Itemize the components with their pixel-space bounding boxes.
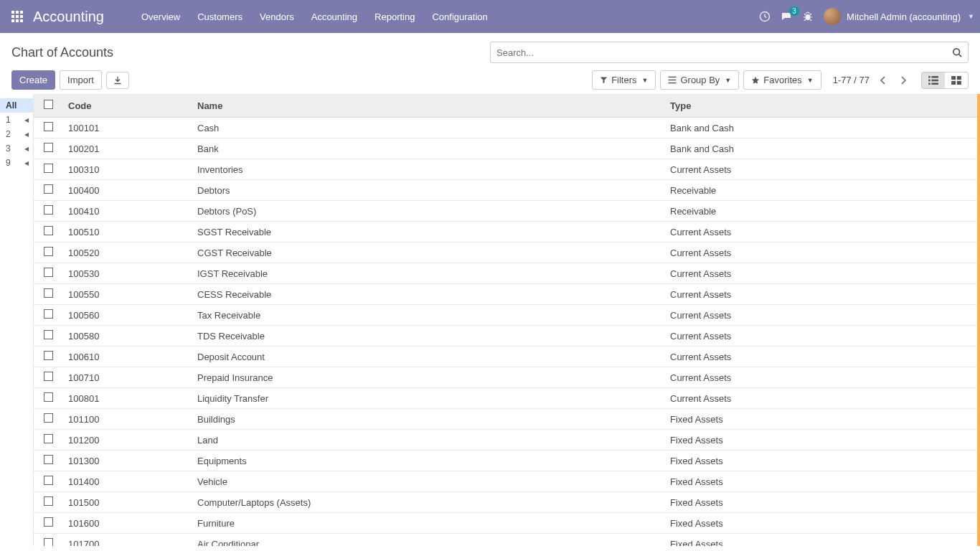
view-list-button[interactable] xyxy=(922,72,945,88)
menu-vendors[interactable]: Vendors xyxy=(251,1,303,32)
table-row[interactable]: 100801Liquidity TransferCurrent Assets xyxy=(34,388,980,409)
cell-name: CGST Receivable xyxy=(192,242,664,263)
side-nav-9[interactable]: 9◀ xyxy=(0,156,33,170)
cell-code: 101400 xyxy=(62,471,192,492)
side-nav-3[interactable]: 3◀ xyxy=(0,141,33,156)
row-checkbox[interactable] xyxy=(44,392,53,402)
row-checkbox[interactable] xyxy=(44,476,53,485)
chevron-right-icon xyxy=(900,75,907,85)
row-checkbox[interactable] xyxy=(44,413,53,423)
list-icon xyxy=(668,76,677,84)
menu-reporting[interactable]: Reporting xyxy=(366,1,423,32)
accounts-table: Code Name Type 100101CashBank and Cash10… xyxy=(34,94,980,546)
row-checkbox[interactable] xyxy=(44,205,53,215)
chevron-left-icon xyxy=(880,75,887,85)
table-row[interactable]: 101200LandFixed Assets xyxy=(34,430,980,451)
import-button[interactable]: Import xyxy=(60,70,102,90)
cell-type: Current Assets xyxy=(664,326,980,347)
search-input[interactable] xyxy=(496,47,952,58)
row-checkbox[interactable] xyxy=(44,455,53,464)
row-checkbox[interactable] xyxy=(44,351,53,360)
svg-point-10 xyxy=(806,14,811,20)
cell-code: 101300 xyxy=(62,451,192,471)
row-checkbox[interactable] xyxy=(44,122,53,131)
control-panel: Chart of Accounts Create Import Filters … xyxy=(0,33,980,94)
table-row[interactable]: 100101CashBank and Cash xyxy=(34,118,980,138)
row-checkbox[interactable] xyxy=(44,143,53,152)
page-title: Chart of Accounts xyxy=(11,45,490,60)
svg-rect-0 xyxy=(11,11,14,14)
table-row[interactable]: 100400DebtorsReceivable xyxy=(34,180,980,201)
table-row[interactable]: 101500Computer/Laptops (Assets)Fixed Ass… xyxy=(34,492,980,513)
filters-button[interactable]: Filters ▼ xyxy=(592,70,656,90)
table-row[interactable]: 100580TDS ReceivableCurrent Assets xyxy=(34,326,980,347)
cell-name: Equipments xyxy=(192,451,664,471)
table-row[interactable]: 101300EquipmentsFixed Assets xyxy=(34,451,980,471)
favorites-button[interactable]: Favorites ▼ xyxy=(743,70,821,90)
row-checkbox[interactable] xyxy=(44,164,53,173)
table-row[interactable]: 100560Tax ReceivableCurrent Assets xyxy=(34,305,980,326)
svg-rect-18 xyxy=(928,79,930,81)
row-checkbox[interactable] xyxy=(44,372,53,381)
table-row[interactable]: 101100BuildingsFixed Assets xyxy=(34,409,980,430)
table-row[interactable]: 100310InventoriesCurrent Assets xyxy=(34,159,980,180)
cell-name: CESS Receivable xyxy=(192,284,664,305)
row-checkbox[interactable] xyxy=(44,309,53,319)
table-row[interactable]: 101600FurnitureFixed Assets xyxy=(34,513,980,534)
table-row[interactable]: 100201BankBank and Cash xyxy=(34,138,980,159)
row-checkbox[interactable] xyxy=(44,538,53,546)
table-row[interactable]: 100550CESS ReceivableCurrent Assets xyxy=(34,284,980,305)
svg-rect-15 xyxy=(669,83,677,83)
download-button[interactable] xyxy=(106,72,129,89)
row-checkbox[interactable] xyxy=(44,330,53,339)
bug-icon[interactable] xyxy=(802,11,814,22)
pager-prev[interactable] xyxy=(877,72,890,88)
svg-rect-23 xyxy=(957,76,961,80)
side-nav-2[interactable]: 2◀ xyxy=(0,127,33,141)
cell-name: Prepaid Insurance xyxy=(192,367,664,388)
row-checkbox[interactable] xyxy=(44,496,53,506)
menu-overview[interactable]: Overview xyxy=(133,1,189,32)
select-all-checkbox[interactable] xyxy=(44,100,53,109)
row-checkbox[interactable] xyxy=(44,268,53,277)
menu-configuration[interactable]: Configuration xyxy=(423,1,496,32)
row-checkbox[interactable] xyxy=(44,184,53,194)
row-checkbox[interactable] xyxy=(44,226,53,235)
table-row[interactable]: 101400VehicleFixed Assets xyxy=(34,471,980,492)
side-nav-1[interactable]: 1◀ xyxy=(0,113,33,127)
user-menu[interactable]: Mitchell Admin (accounting) ▼ xyxy=(824,8,974,25)
row-checkbox[interactable] xyxy=(44,247,53,256)
group-by-button[interactable]: Group By ▼ xyxy=(660,70,739,90)
row-checkbox[interactable] xyxy=(44,517,53,527)
row-check-cell xyxy=(34,201,62,222)
brand-title[interactable]: Accounting xyxy=(33,9,104,25)
row-checkbox[interactable] xyxy=(44,434,53,443)
table-container[interactable]: Code Name Type 100101CashBank and Cash10… xyxy=(33,94,980,546)
view-kanban-button[interactable] xyxy=(945,72,968,88)
pager-next[interactable] xyxy=(897,72,910,88)
table-row[interactable]: 100710Prepaid InsuranceCurrent Assets xyxy=(34,367,980,388)
apps-icon[interactable] xyxy=(9,8,26,25)
menu-customers[interactable]: Customers xyxy=(189,1,251,32)
search-icon[interactable] xyxy=(952,47,962,57)
table-row[interactable]: 100610Deposit AccountCurrent Assets xyxy=(34,347,980,367)
row-checkbox[interactable] xyxy=(44,288,53,298)
chat-icon[interactable]: 3 xyxy=(781,11,792,22)
side-alpha-nav: All 1◀ 2◀ 3◀ 9◀ xyxy=(0,94,33,546)
table-row[interactable]: 100410Debtors (PoS)Receivable xyxy=(34,201,980,222)
menu-accounting[interactable]: Accounting xyxy=(303,1,366,32)
header-type[interactable]: Type xyxy=(664,94,980,118)
clock-icon[interactable] xyxy=(759,11,771,22)
table-row[interactable]: 100530IGST ReceivableCurrent Assets xyxy=(34,263,980,284)
header-name[interactable]: Name xyxy=(192,94,664,118)
search-box[interactable] xyxy=(490,42,969,63)
row-check-cell xyxy=(34,159,62,180)
cell-code: 101100 xyxy=(62,409,192,430)
funnel-icon xyxy=(600,76,608,84)
table-row[interactable]: 101700Air ConditionarFixed Assets xyxy=(34,534,980,547)
header-code[interactable]: Code xyxy=(62,94,192,118)
side-nav-all[interactable]: All xyxy=(0,98,33,113)
table-row[interactable]: 100510SGST ReceivableCurrent Assets xyxy=(34,222,980,242)
create-button[interactable]: Create xyxy=(11,70,55,90)
table-row[interactable]: 100520CGST ReceivableCurrent Assets xyxy=(34,242,980,263)
